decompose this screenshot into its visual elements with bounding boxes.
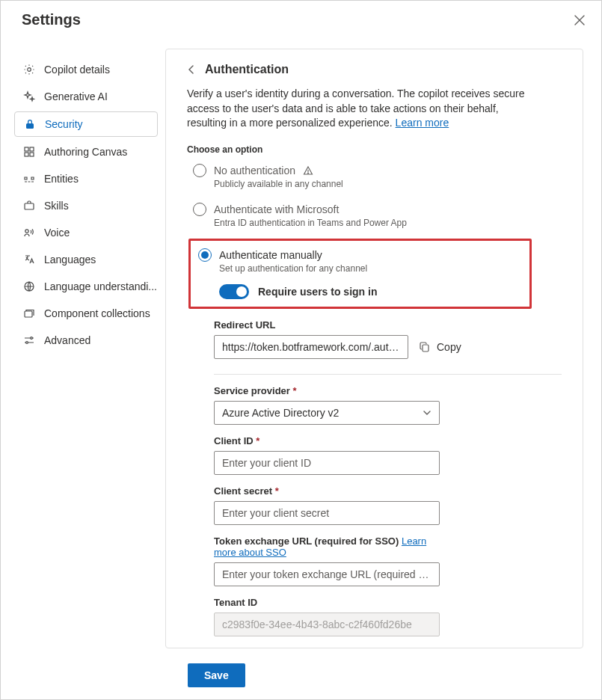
svg-point-6 xyxy=(25,230,28,233)
sidebar-item-authoring-canvas[interactable]: Authoring Canvas xyxy=(14,140,158,164)
sidebar-item-label: Advanced xyxy=(44,334,90,346)
sidebar-item-label: Languages xyxy=(44,254,96,265)
sidebar-item-voice[interactable]: Voice xyxy=(14,221,158,245)
svg-rect-2 xyxy=(30,147,34,151)
sidebar-item-skills[interactable]: Skills xyxy=(14,194,158,218)
save-button[interactable]: Save xyxy=(188,663,245,687)
copy-label: Copy xyxy=(437,341,461,353)
svg-point-9 xyxy=(31,337,33,340)
highlighted-option-box: Authenticate manually Set up authenticat… xyxy=(188,239,532,309)
svg-point-10 xyxy=(26,342,28,344)
client-id-label: Client ID xyxy=(214,435,440,446)
sidebar-item-label: Copilot details xyxy=(44,64,110,76)
redirect-url-label: Redirect URL xyxy=(214,319,562,331)
svg-point-0 xyxy=(28,68,31,72)
sidebar-item-entities[interactable]: Entities xyxy=(14,167,158,191)
sidebar-item-label: Entities xyxy=(44,173,79,185)
svg-rect-1 xyxy=(25,147,28,151)
sidebar-item-generative-ai[interactable]: Generative AI xyxy=(14,85,158,108)
divider xyxy=(214,374,562,375)
option-subtitle: Entra ID authentication in Teams and Pow… xyxy=(193,218,562,228)
radio-ms-auth[interactable] xyxy=(193,203,206,216)
briefcase-icon xyxy=(23,200,35,212)
sidebar-item-component-collections[interactable]: Component collections xyxy=(14,301,158,325)
panel-description: Verify a user's identity during a conver… xyxy=(187,87,531,131)
option-subtitle: Set up authentication for any channel xyxy=(198,263,522,274)
option-authenticate-manually[interactable]: Authenticate manually Set up authenticat… xyxy=(198,245,522,299)
svg-rect-5 xyxy=(25,203,34,209)
sidebar-item-label: Generative AI xyxy=(44,90,108,102)
service-provider-value: Azure Active Directory v2 xyxy=(222,407,339,419)
warning-icon xyxy=(303,165,313,176)
sidebar-item-language-understanding[interactable]: Language understandi... xyxy=(14,274,158,298)
choose-option-label: Choose an option xyxy=(187,144,562,155)
svg-rect-3 xyxy=(25,153,28,156)
sidebar-item-label: Skills xyxy=(44,200,69,212)
option-title: Authenticate with Microsoft xyxy=(214,203,339,215)
learn-more-link[interactable]: Learn more xyxy=(396,117,449,129)
sidebar-item-label: Authoring Canvas xyxy=(44,146,127,158)
require-signin-toggle[interactable] xyxy=(219,284,249,299)
require-signin-label: Require users to sign in xyxy=(258,286,377,298)
option-title: Authenticate manually xyxy=(219,249,322,261)
svg-point-11 xyxy=(307,173,308,174)
gear-icon xyxy=(23,64,35,76)
sliders-icon xyxy=(23,334,35,346)
option-authenticate-microsoft[interactable]: Authenticate with Microsoft Entra ID aut… xyxy=(193,200,562,239)
panel-title: Authentication xyxy=(205,63,289,76)
voice-icon xyxy=(23,227,35,239)
service-provider-label: Service provider xyxy=(214,385,440,396)
svg-rect-8 xyxy=(25,311,32,317)
close-icon xyxy=(574,15,585,25)
svg-rect-12 xyxy=(423,345,429,351)
option-no-authentication[interactable]: No authentication Publicly available in … xyxy=(193,161,562,200)
option-title: No authentication xyxy=(214,165,295,176)
client-id-input[interactable] xyxy=(214,451,440,475)
tenant-id-label: Tenant ID xyxy=(214,597,440,608)
sidebar-item-security[interactable]: Security xyxy=(14,111,158,137)
sidebar-item-advanced[interactable]: Advanced xyxy=(14,328,158,352)
redirect-url-input[interactable] xyxy=(214,335,408,359)
radio-manual-auth[interactable] xyxy=(198,248,212,262)
client-secret-label: Client secret xyxy=(214,485,440,497)
tenant-id-input xyxy=(214,612,440,636)
grid-icon xyxy=(23,146,35,158)
languages-icon xyxy=(23,254,35,265)
sparkle-icon xyxy=(23,90,35,102)
radio-no-auth[interactable] xyxy=(193,164,206,177)
sidebar-item-label: Component collections xyxy=(44,307,150,319)
sidebar-item-copilot-details[interactable]: Copilot details xyxy=(14,58,158,82)
sidebar: Copilot details Generative AI Security A… xyxy=(1,40,165,648)
svg-rect-4 xyxy=(30,153,34,156)
copy-icon xyxy=(419,341,431,353)
globe-icon xyxy=(23,280,35,292)
token-exchange-label: Token exchange URL (required for SSO) Le… xyxy=(214,535,440,558)
lock-icon xyxy=(24,118,36,130)
chevron-down-icon xyxy=(423,408,431,417)
authentication-panel: Authentication Verify a user's identity … xyxy=(165,49,583,648)
entities-icon xyxy=(23,173,35,185)
sidebar-item-label: Voice xyxy=(44,227,70,239)
token-exchange-input[interactable] xyxy=(214,562,440,586)
option-subtitle: Publicly available in any channel xyxy=(193,179,562,189)
close-button[interactable] xyxy=(571,12,588,28)
back-button[interactable] xyxy=(187,65,196,74)
sidebar-item-label: Language understandi... xyxy=(44,280,157,292)
sidebar-item-languages[interactable]: Languages xyxy=(14,248,158,271)
client-secret-input[interactable] xyxy=(214,501,440,525)
collections-icon xyxy=(23,307,35,319)
service-provider-select[interactable]: Azure Active Directory v2 xyxy=(214,401,440,425)
page-title: Settings xyxy=(22,11,571,28)
sidebar-item-label: Security xyxy=(45,118,83,130)
chevron-left-icon xyxy=(187,65,196,74)
copy-button[interactable]: Copy xyxy=(419,341,461,353)
